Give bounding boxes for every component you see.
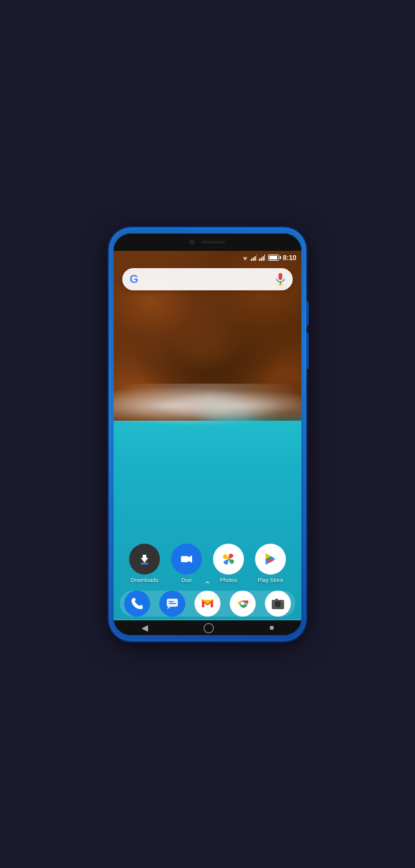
downloads-label: Downloads bbox=[131, 577, 159, 583]
svg-rect-25 bbox=[169, 601, 174, 602]
playstore-icon bbox=[255, 544, 286, 575]
google-g-icon: G bbox=[130, 272, 143, 286]
swipe-up-indicator: ⌃ bbox=[204, 579, 211, 589]
home-screen: 8:10 G bbox=[114, 251, 301, 620]
svg-rect-19 bbox=[181, 556, 188, 562]
svg-rect-5 bbox=[254, 256, 256, 261]
dock-phone-app[interactable] bbox=[124, 591, 150, 617]
camera-icon bbox=[271, 597, 285, 610]
app-grid: Downloads Duo bbox=[114, 544, 301, 583]
downloads-app[interactable]: Downloads bbox=[129, 544, 160, 583]
recents-button[interactable]: ■ bbox=[269, 623, 274, 632]
svg-marker-2 bbox=[245, 259, 246, 260]
photos-label: Photos bbox=[220, 577, 237, 583]
svg-rect-26 bbox=[169, 603, 176, 604]
gmail-icon bbox=[201, 597, 214, 610]
phone-icon bbox=[130, 597, 144, 610]
battery-icon bbox=[268, 255, 279, 261]
phone-screen-container: 8:10 G bbox=[114, 234, 301, 635]
svg-marker-24 bbox=[167, 607, 170, 609]
status-time: 8:10 bbox=[283, 254, 296, 261]
duo-svg bbox=[178, 550, 195, 568]
svg-rect-7 bbox=[259, 259, 260, 261]
signal-bar-2-icon bbox=[259, 255, 265, 261]
duo-label: Duo bbox=[182, 577, 192, 583]
front-camera bbox=[190, 240, 195, 245]
app-group-left: Downloads Duo bbox=[129, 544, 202, 583]
svg-rect-12 bbox=[279, 273, 282, 280]
photos-svg bbox=[219, 549, 238, 569]
svg-rect-6 bbox=[256, 255, 257, 261]
phone-device: 8:10 G bbox=[109, 227, 306, 641]
dock-bar bbox=[120, 591, 295, 617]
svg-rect-23 bbox=[167, 599, 178, 607]
google-search-bar[interactable]: G bbox=[122, 268, 293, 290]
photos-app[interactable]: Photos bbox=[213, 544, 244, 583]
top-hardware-bar bbox=[114, 234, 301, 251]
svg-rect-35 bbox=[275, 599, 278, 600]
svg-rect-3 bbox=[251, 259, 252, 261]
signal-bar-1-icon bbox=[251, 255, 257, 261]
playstore-label: Play Store bbox=[258, 577, 283, 583]
chrome-icon bbox=[235, 596, 250, 611]
svg-point-34 bbox=[277, 603, 279, 605]
svg-rect-13 bbox=[280, 282, 281, 284]
app-group-right: Photos bbox=[213, 544, 286, 583]
downloads-icon bbox=[129, 544, 160, 575]
svg-rect-36 bbox=[282, 601, 283, 602]
svg-text:G: G bbox=[130, 273, 138, 285]
svg-rect-4 bbox=[253, 258, 254, 261]
dock-camera-app[interactable] bbox=[265, 591, 291, 617]
duo-app[interactable]: Duo bbox=[171, 544, 202, 583]
dock-chrome-app[interactable] bbox=[230, 591, 256, 617]
photos-icon bbox=[213, 544, 244, 575]
playstore-app[interactable]: Play Store bbox=[255, 544, 286, 583]
back-button[interactable]: ◀ bbox=[141, 623, 148, 633]
svg-rect-17 bbox=[141, 563, 148, 565]
duo-icon bbox=[171, 544, 202, 575]
google-mic-icon[interactable] bbox=[275, 273, 285, 285]
dock-gmail-app[interactable] bbox=[195, 591, 220, 617]
svg-rect-10 bbox=[264, 255, 265, 261]
signal-wifi-icon bbox=[241, 255, 249, 261]
svg-rect-14 bbox=[278, 284, 283, 285]
home-button[interactable]: ◯ bbox=[203, 622, 214, 633]
status-bar: 8:10 bbox=[114, 251, 301, 264]
navigation-bar: ◀ ◯ ■ bbox=[114, 620, 301, 635]
wallpaper-foam bbox=[114, 384, 301, 428]
svg-rect-9 bbox=[262, 256, 264, 261]
downloads-svg bbox=[136, 550, 153, 568]
status-icons: 8:10 bbox=[241, 254, 296, 261]
svg-rect-8 bbox=[261, 258, 262, 261]
dock-messages-app[interactable] bbox=[159, 591, 185, 617]
messages-icon bbox=[166, 597, 179, 610]
speaker bbox=[201, 241, 225, 243]
playstore-svg bbox=[261, 549, 280, 569]
